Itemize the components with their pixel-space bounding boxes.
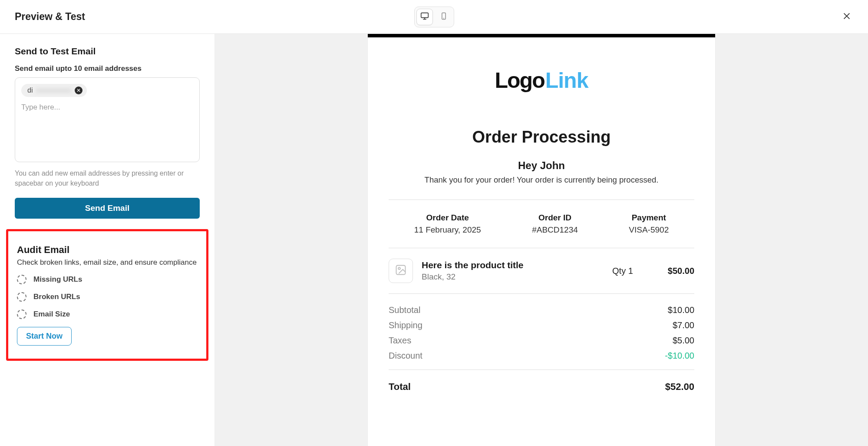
meta-label: Order Date [414, 213, 481, 223]
topbar: Preview & Test [0, 0, 868, 34]
product-qty: Qty 1 [612, 266, 633, 276]
send-test-sublabel: Send email upto 10 email addresses [15, 64, 200, 73]
total-value: $7.00 [673, 320, 694, 330]
grand-total-line: Total $52.00 [368, 370, 715, 393]
close-button[interactable] [840, 10, 853, 23]
page-title: Preview & Test [15, 11, 85, 23]
svg-point-8 [398, 267, 400, 270]
mobile-view-button[interactable] [436, 9, 452, 25]
order-date-col: Order Date 11 February, 2025 [414, 213, 481, 235]
audit-highlight-box: Audit Email Check broken links, email si… [6, 229, 208, 361]
main: Send to Test Email Send email upto 10 em… [0, 34, 868, 446]
shipping-line: Shipping $7.00 [389, 320, 694, 330]
helper-text: You can add new email addresses by press… [15, 168, 200, 188]
sidebar: Send to Test Email Send email upto 10 em… [0, 34, 215, 446]
totals: Subtotal $10.00 Shipping $7.00 Taxes $5.… [368, 294, 715, 361]
order-id-col: Order ID #ABCD1234 [532, 213, 578, 235]
total-label: Shipping [389, 320, 422, 330]
audit-item: Email Size [17, 310, 198, 319]
taxes-line: Taxes $5.00 [389, 336, 694, 346]
email-thankyou: Thank you for your order! Your order is … [368, 175, 715, 185]
audit-item-label: Email Size [33, 310, 70, 319]
product-info: Here is the product title Black, 32 [422, 260, 604, 282]
grand-total-value: $52.00 [665, 381, 694, 393]
preview-area: Logo Link Order Processing Hey John Than… [215, 34, 868, 446]
desktop-view-button[interactable] [416, 9, 433, 25]
pending-icon [17, 275, 26, 284]
email-chip-hidden: xxxxxxxxx [36, 87, 71, 94]
device-toggle [414, 7, 454, 27]
svg-rect-0 [421, 13, 428, 17]
image-icon [395, 264, 407, 278]
total-label: Subtotal [389, 305, 420, 315]
audit-item-label: Broken URLs [33, 293, 80, 301]
email-input-placeholder: Type here... [21, 103, 193, 112]
meta-value: 11 February, 2025 [414, 225, 481, 235]
start-now-button[interactable]: Start Now [17, 327, 72, 346]
logo-text-left: Logo [495, 68, 545, 93]
subtotal-line: Subtotal $10.00 [389, 305, 694, 315]
audit-item-label: Missing URLs [33, 275, 82, 284]
product-image-placeholder [389, 259, 413, 283]
logo: Logo Link [368, 37, 715, 110]
pending-icon [17, 292, 26, 302]
desktop-icon [420, 11, 429, 23]
audit-description: Check broken links, email size, and ensu… [17, 258, 198, 267]
close-icon: ✕ [76, 88, 81, 93]
email-heading: Order Processing [368, 128, 715, 146]
meta-label: Payment [629, 213, 669, 223]
send-email-button[interactable]: Send Email [15, 198, 200, 219]
remove-chip-button[interactable]: ✕ [75, 87, 83, 94]
svg-rect-7 [396, 266, 406, 275]
audit-item: Broken URLs [17, 292, 198, 302]
total-value: $10.00 [668, 305, 694, 315]
product-variant: Black, 32 [422, 272, 604, 282]
product-row: Here is the product title Black, 32 Qty … [368, 248, 715, 293]
discount-line: Discount -$10.00 [389, 351, 694, 361]
email-chip-prefix: di [27, 87, 33, 94]
payment-col: Payment VISA-5902 [629, 213, 669, 235]
email-chip: dixxxxxxxxx ✕ [21, 84, 87, 97]
email-addresses-input[interactable]: dixxxxxxxxx ✕ Type here... [15, 77, 200, 162]
total-label: Discount [389, 351, 422, 361]
audit-item: Missing URLs [17, 275, 198, 284]
mobile-icon [439, 12, 448, 22]
close-icon [842, 11, 851, 23]
audit-heading: Audit Email [17, 244, 198, 256]
total-value: $5.00 [673, 336, 694, 346]
product-price: $50.00 [668, 266, 694, 276]
product-title: Here is the product title [422, 260, 604, 270]
order-meta-row: Order Date 11 February, 2025 Order ID #A… [368, 200, 715, 248]
pending-icon [17, 310, 26, 319]
email-preview: Logo Link Order Processing Hey John Than… [368, 34, 715, 446]
total-label: Taxes [389, 336, 411, 346]
send-test-heading: Send to Test Email [15, 46, 200, 57]
meta-label: Order ID [532, 213, 578, 223]
total-value: -$10.00 [665, 351, 694, 361]
email-greeting: Hey John [368, 160, 715, 172]
logo-text-right: Link [545, 68, 588, 93]
grand-total-label: Total [389, 381, 411, 393]
meta-value: #ABCD1234 [532, 225, 578, 235]
meta-value: VISA-5902 [629, 225, 669, 235]
